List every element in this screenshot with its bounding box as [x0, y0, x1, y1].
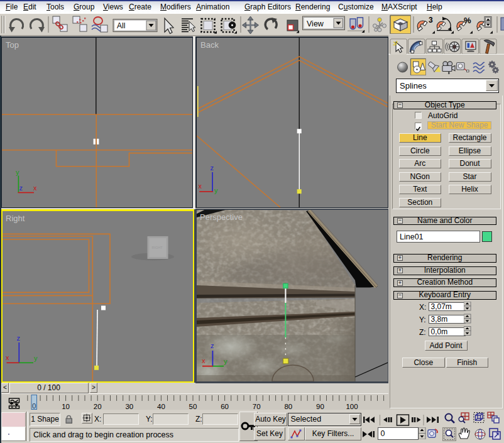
svg-text:Top: Top — [6, 40, 19, 50]
svg-text:10: 10 — [62, 403, 70, 410]
svg-text:60: 60 — [221, 403, 229, 410]
svg-text:Back: Back — [200, 40, 219, 50]
svg-text:y: y — [34, 354, 38, 362]
svg-text:z: z — [19, 184, 23, 192]
svg-text:Right: Right — [6, 214, 25, 223]
svg-text:30: 30 — [125, 403, 133, 410]
svg-text:90: 90 — [316, 403, 324, 410]
svg-text:All: All — [117, 21, 125, 30]
svg-text:20: 20 — [94, 403, 102, 410]
svg-text:3: 3 — [429, 16, 433, 25]
svg-text:80: 80 — [284, 403, 292, 410]
svg-text:y: y — [214, 187, 218, 194]
svg-text:z: z — [16, 334, 20, 342]
svg-text:RIGHT: RIGHT — [151, 246, 163, 249]
svg-text:50: 50 — [189, 403, 197, 410]
svg-text:100: 100 — [346, 403, 358, 410]
svg-text:y: y — [16, 168, 19, 176]
svg-text:x: x — [202, 357, 205, 364]
svg-text:70: 70 — [253, 403, 261, 410]
svg-text:x: x — [198, 182, 202, 190]
svg-text:z: z — [210, 164, 214, 172]
svg-text:View: View — [307, 19, 324, 28]
svg-text:%: % — [464, 16, 471, 25]
svg-text:x: x — [6, 354, 9, 361]
svg-text:Perspective: Perspective — [200, 212, 243, 222]
svg-text:y: y — [224, 358, 227, 365]
svg-text:z: z — [211, 342, 214, 349]
svg-text:40: 40 — [157, 403, 165, 410]
svg-text:x: x — [33, 184, 37, 192]
